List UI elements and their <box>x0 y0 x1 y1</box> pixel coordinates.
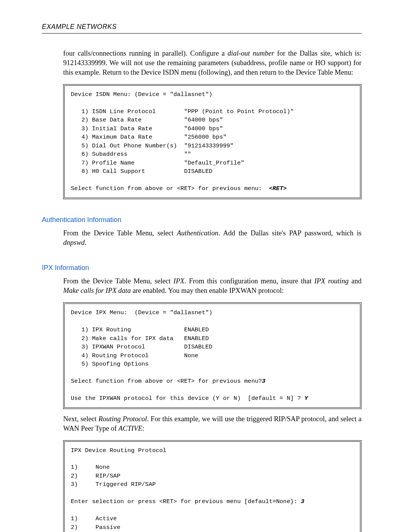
auth-paragraph: From the Device Table Menu, select Authe… <box>63 228 362 248</box>
text-emph: Routing Protocol <box>99 415 147 423</box>
term-line: 4) Routing Protocol None <box>71 352 198 359</box>
ipx-paragraph-1: From the Device Table Menu, select IPX. … <box>63 276 362 296</box>
terminal-routing: IPX Device Routing Protocol 1) None 2) R… <box>63 440 362 532</box>
term-line: 4) Maximum Data Rate "256000 bps" <box>71 134 226 141</box>
text: Next, select <box>63 415 99 423</box>
term-input: 3 <box>262 378 265 385</box>
term-line: 7) Profile Name "Default_Profile" <box>71 160 244 166</box>
term-line: 5) Dial Out Phone Number(s) "91214333999… <box>71 142 234 149</box>
text: and <box>349 277 362 285</box>
text-emph: IPX <box>174 277 185 285</box>
text: From the Device Table Menu, select <box>63 229 177 237</box>
term-title: IPX Device Routing Protocol <box>71 447 166 454</box>
term-prompt: Select function from above or <RET> for … <box>71 185 269 192</box>
term-line: 1) IPX Routing ENABLED <box>71 326 209 333</box>
terminal-isdn: Device ISDN Menu: (Device = "dallasnet")… <box>63 84 362 199</box>
text-emph: Authentication <box>177 229 218 237</box>
term-line: 3) Triggered RIP/SAP <box>71 481 156 488</box>
term-line: 1) Active <box>71 515 117 522</box>
text: four calls/connections running in parall… <box>63 50 228 57</box>
term-line: 5) Spoofing Options <box>71 361 149 367</box>
term-title: Device ISDN Menu: (Device = "dallasnet") <box>71 91 212 98</box>
term-line: 6) Subaddress "" <box>71 151 191 158</box>
text: . From this configuration menu, insure t… <box>185 277 314 285</box>
text: From the Device Table Menu, select <box>63 277 174 285</box>
section-heading-ipx: IPX Information <box>42 264 362 272</box>
text-emph: Make calls for IPX data <box>63 287 131 294</box>
text-emph: IPX routing <box>314 277 349 285</box>
terminal-ipx: Device IPX Menu: (Device = "dallasnet") … <box>63 302 362 409</box>
term-line: 2) RIP/SAP <box>71 473 120 479</box>
text: . Add the Dallas site's PAP password, wh… <box>218 229 362 237</box>
header-rule <box>42 33 362 34</box>
term-line: 1) ISDN Line Protocol "PPP (Point to Poi… <box>71 108 294 115</box>
running-header: EXAMPLE NETWORKS <box>42 23 362 31</box>
term-prompt: Use the IPXWAN protocol for this device … <box>71 395 304 402</box>
term-line: 2) Base Data Rate "64000 bps" <box>71 117 223 123</box>
text: are enabled. You may then enable IPXWAN … <box>131 287 284 294</box>
text: . <box>85 239 87 246</box>
term-input: 3 <box>301 498 304 505</box>
ipx-paragraph-2: Next, select Routing Protocol. For this … <box>63 414 362 433</box>
section-heading-auth: Authentication Information <box>42 216 362 224</box>
term-line: 2) Passive <box>71 524 120 531</box>
text: : <box>142 425 144 432</box>
term-line: 3) IPXWAN Protocol DISABLED <box>71 343 212 350</box>
term-title: Device IPX Menu: (Device = "dallasnet") <box>71 309 212 316</box>
term-line: 8) H0 Call Support DISABLED <box>71 168 212 175</box>
intro-paragraph: four calls/connections running in parall… <box>63 49 362 77</box>
term-input: Y <box>304 395 308 402</box>
text-emph: ACTIVE <box>118 425 142 432</box>
page: EXAMPLE NETWORKS four calls/connections … <box>0 0 411 532</box>
text-emph: dial-out number <box>228 50 274 57</box>
term-prompt: Enter selection or press <RET> for previ… <box>71 498 301 505</box>
term-line: 3) Initial Data Rate "64000 bps" <box>71 125 223 132</box>
term-prompt: Select function from above or <RET> for … <box>71 378 262 385</box>
term-line: 1) None <box>71 464 110 471</box>
term-line: 2) Make calls for IPX data ENABLED <box>71 335 209 342</box>
term-input: <RET> <box>269 185 287 192</box>
text-emph: dnpswd <box>63 239 85 246</box>
